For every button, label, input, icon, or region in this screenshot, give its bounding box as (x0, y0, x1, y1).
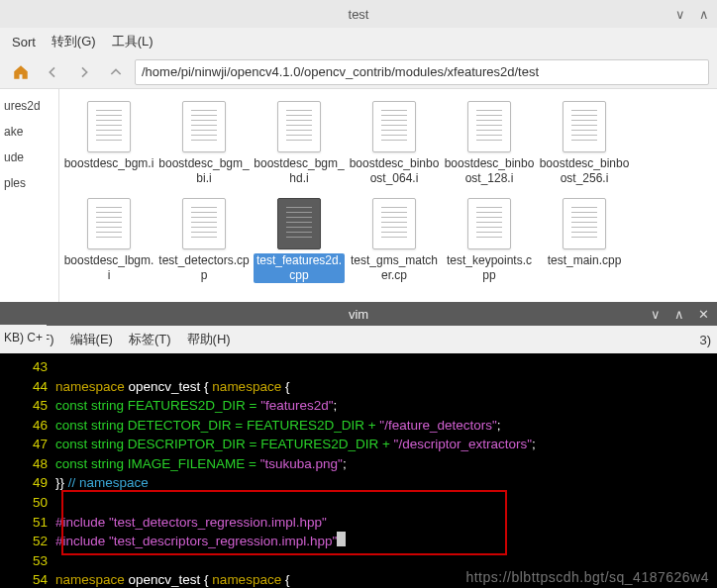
menu-sort[interactable]: Sort (12, 35, 36, 49)
file-label: test_gms_matcher.cp (349, 253, 440, 283)
minimize-icon[interactable]: ∨ (675, 7, 685, 22)
code-line: 48const string IMAGE_FILENAME = "tsukuba… (0, 454, 717, 474)
file-label: boostdesc_binboost_128.i (444, 156, 535, 186)
fm-sidebar: ures2d ake ude ples (0, 89, 59, 319)
minimize-icon[interactable]: ∨ (651, 307, 661, 322)
vim-window: vim ∨ ∧ ✕ 文件(F) 编辑(E) 标签(T) 帮助(H) 3) 43 … (0, 302, 717, 588)
file-manager-window: test ∨ ∧ Sort 转到(G) 工具(L) /home/pi/ninwj… (0, 0, 717, 319)
file-item[interactable]: test_features2d.cpp (254, 194, 345, 287)
file-label: boostdesc_binboost_064.i (349, 156, 440, 186)
file-icon (87, 101, 131, 152)
file-item[interactable]: boostdesc_binboost_064.i (349, 97, 440, 190)
file-label: test_detectors.cpp (158, 253, 250, 283)
file-icon (372, 101, 416, 152)
file-item[interactable]: boostdesc_bgm_hd.i (254, 97, 345, 190)
file-label: boostdesc_binboost_256.i (539, 156, 630, 186)
menu-tools[interactable]: 工具(L) (112, 33, 154, 50)
file-item[interactable]: test_gms_matcher.cp (349, 194, 440, 287)
fm-menubar: Sort 转到(G) 工具(L) (0, 28, 717, 55)
forward-icon[interactable] (71, 59, 97, 85)
close-icon[interactable]: ✕ (698, 307, 709, 322)
fm-title: test (349, 7, 369, 22)
vim-titlebar[interactable]: vim ∨ ∧ ✕ (0, 302, 717, 326)
file-item[interactable]: boostdesc_bgm.i (63, 97, 154, 190)
watermark: https://blbttpscdh.bgt/sq_4187626w4 (465, 567, 709, 587)
fm-titlebar[interactable]: test ∨ ∧ (0, 0, 717, 28)
file-label: boostdesc_lbgm.i (63, 253, 154, 283)
menu-edit[interactable]: 编辑(E) (70, 331, 113, 348)
file-icon (563, 198, 606, 249)
file-icon (277, 101, 321, 152)
file-label: test_main.cpp (548, 253, 622, 268)
code-line: 46const string DETECTOR_DIR = FEATURES2D… (0, 416, 717, 436)
file-item[interactable]: boostdesc_binboost_256.i (539, 97, 630, 190)
sidebar-item[interactable]: ude (0, 145, 58, 170)
menu-tags[interactable]: 标签(T) (129, 331, 171, 348)
fm-body: ures2d ake ude ples boostdesc_bgm.iboost… (0, 89, 717, 319)
file-grid: boostdesc_bgm.iboostdesc_bgm_bi.iboostde… (59, 89, 717, 319)
file-item[interactable]: test_keypoints.cpp (444, 194, 535, 287)
fm-toolbar: /home/pi/ninwji/opencv4.1.0/opencv_contr… (0, 55, 717, 89)
file-item[interactable]: test_main.cpp (539, 194, 630, 287)
vim-window-controls: ∨ ∧ ✕ (651, 307, 709, 322)
menu-help[interactable]: 帮助(H) (187, 331, 231, 348)
file-item[interactable]: test_detectors.cpp (158, 194, 250, 287)
file-icon (372, 198, 416, 249)
file-item[interactable]: boostdesc_binboost_128.i (444, 97, 535, 190)
cursor-icon (337, 532, 346, 546)
sidebar-item[interactable]: ures2d (0, 93, 58, 119)
home-icon[interactable] (8, 59, 34, 85)
file-label: boostdesc_bgm_bi.i (158, 156, 250, 186)
code-line: 44namespace opencv_test { namespace { (0, 377, 717, 397)
code-line: 47const string DESCRIPTOR_DIR = FEATURES… (0, 435, 717, 454)
file-item[interactable]: boostdesc_bgm_bi.i (158, 97, 250, 190)
fm-window-controls: ∨ ∧ (675, 7, 709, 22)
vim-menubar: 文件(F) 编辑(E) 标签(T) 帮助(H) 3) (0, 326, 717, 353)
code-line: 43 (0, 357, 717, 377)
file-icon (277, 198, 321, 249)
file-icon (182, 101, 226, 152)
maximize-icon[interactable]: ∧ (699, 7, 709, 22)
back-icon[interactable] (40, 59, 65, 85)
file-icon (87, 198, 131, 249)
menu-goto[interactable]: 转到(G) (51, 33, 96, 50)
file-icon (182, 198, 226, 249)
file-icon (563, 101, 606, 152)
file-label: boostdesc_bgm.i (64, 156, 154, 171)
sidebar-item[interactable]: ake (0, 119, 58, 145)
file-label: test_features2d.cpp (254, 253, 345, 283)
up-icon[interactable] (103, 59, 129, 85)
code-line: 49}} // namespace (0, 473, 717, 493)
code-line: 50 (0, 493, 717, 513)
code-area[interactable]: 43 44namespace opencv_test { namespace {… (0, 353, 717, 588)
code-line: 52#include "test_descriptors_regression.… (0, 532, 717, 551)
file-icon (467, 101, 511, 152)
vim-left-truncated: KB) C+ (0, 325, 47, 350)
file-item[interactable]: boostdesc_lbgm.i (63, 194, 154, 287)
code-line: 51#include "test_detectors_regression.im… (0, 513, 717, 533)
vim-title: vim (349, 307, 368, 322)
path-input[interactable]: /home/pi/ninwji/opencv4.1.0/opencv_contr… (135, 59, 709, 85)
file-icon (467, 198, 511, 249)
code-line: 45const string FEATURES2D_DIR = "feature… (0, 396, 717, 416)
file-label: boostdesc_bgm_hd.i (254, 156, 345, 186)
vim-right-truncated: 3) (699, 333, 711, 347)
file-label: test_keypoints.cpp (444, 253, 535, 283)
maximize-icon[interactable]: ∧ (674, 307, 684, 322)
sidebar-item[interactable]: ples (0, 170, 58, 196)
